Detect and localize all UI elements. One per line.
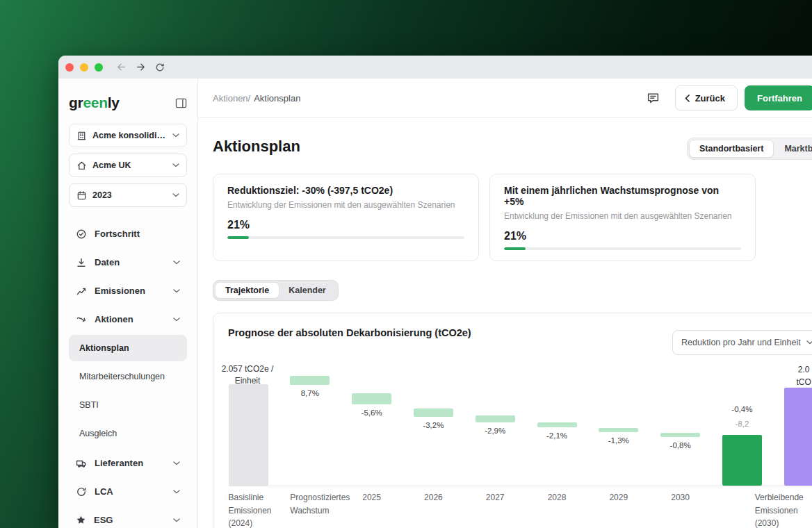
back-button[interactable]: Zurück xyxy=(675,85,738,110)
sidebar-selectors: Acme konsolidiert...Acme UK2023 xyxy=(69,124,187,207)
emissions-icon xyxy=(76,286,87,297)
company-selector[interactable]: Acme konsolidiert... xyxy=(69,124,187,147)
card-title: Mit einem jährlichen Wachstumsprognose v… xyxy=(504,185,741,207)
toggle-marktbasiert[interactable]: Marktbasiert xyxy=(774,140,812,158)
forward-arrow-icon[interactable] xyxy=(133,60,148,75)
scope-toggle: Standortbasiert Marktbasiert xyxy=(687,138,812,160)
close-window-button[interactable] xyxy=(65,63,74,72)
baseline-value-annotation: 2.057 tCO2e / Einheit xyxy=(220,363,275,387)
toggle-standortbasiert[interactable]: Standortbasiert xyxy=(689,140,774,158)
x-axis-label: 2025 xyxy=(344,491,400,504)
home-icon xyxy=(76,160,87,171)
card-subtitle: Entwicklung der Emissionen mit den ausge… xyxy=(227,200,464,210)
chart-bar-growth[interactable] xyxy=(290,376,330,385)
sidebar-nav: FortschrittDatenEmissionenAktionenAktion… xyxy=(69,220,187,528)
maximize-window-button[interactable] xyxy=(95,63,103,72)
x-axis-label: 2029 xyxy=(591,491,647,504)
building-icon xyxy=(76,131,87,141)
sidebar-item-fortschritt[interactable]: Fortschritt xyxy=(69,220,187,248)
sidebar-item-aktionsplan[interactable]: Aktionsplan xyxy=(69,335,187,361)
chevron-down-icon xyxy=(173,317,180,322)
bar-value-label: -0,8% xyxy=(656,441,705,449)
progress-bar xyxy=(504,247,741,250)
bar-value-sublabel: -8,2 xyxy=(717,420,766,428)
sidebar-item-emissionen[interactable]: Emissionen xyxy=(69,277,187,305)
bar-value-label: -2,1% xyxy=(533,431,581,440)
chart-bar-reduction[interactable] xyxy=(660,433,700,437)
page-content: Aktionsplan Standortbasiert Marktbasiert… xyxy=(198,118,812,528)
sidebar: greenly Acme konsolidiert...Acme UK2023 … xyxy=(58,79,198,528)
card-subtitle: Entwicklung der Emissionen mit den ausge… xyxy=(504,211,741,221)
sidebar-item-lca[interactable]: LCA xyxy=(69,477,187,506)
remaining-value-annotation: 2.0tCO xyxy=(783,363,812,388)
truck-icon xyxy=(76,458,87,469)
chevron-left-icon xyxy=(685,94,690,102)
chart-bar-reduction[interactable] xyxy=(352,393,391,404)
chevron-down-icon xyxy=(172,163,179,167)
desktop-background: greenly Acme konsolidiert...Acme UK2023 … xyxy=(0,0,812,528)
sidebar-collapse-icon[interactable] xyxy=(175,98,187,108)
calendar-icon xyxy=(76,190,87,201)
sidebar-item-aktionen[interactable]: Aktionen xyxy=(69,305,187,333)
chevron-down-icon xyxy=(806,340,812,345)
chart-bar-remaining[interactable] xyxy=(784,388,812,486)
cycle-icon xyxy=(76,486,87,497)
chart-plot: 2.057 tCO2e / Einheit BasislinieEmission… xyxy=(228,363,812,486)
reduction-target-card: Reduktionsziel: -30% (-397,5 tCO2e) Entw… xyxy=(213,174,479,261)
bar-value-label: 8,7% xyxy=(286,389,334,397)
sidebar-subnav-aktionen: AktionsplanMitarbeiterschulungenSBTIAusg… xyxy=(69,335,187,447)
sidebar-item-lieferanten[interactable]: Lieferanten xyxy=(69,449,187,477)
progress-bar xyxy=(227,236,464,239)
chart-title: Prognose der absoluten Dekarbonisierung … xyxy=(228,327,471,338)
chevron-down-icon xyxy=(173,289,180,293)
x-axis-label: 2026 xyxy=(405,491,461,504)
breadcrumb: Aktionen/Aktionsplan xyxy=(213,93,300,104)
main-header: Aktionen/Aktionsplan Zurück Fortfahren xyxy=(198,79,812,118)
chevron-down-icon xyxy=(173,518,180,522)
sidebar-item-sbti[interactable]: SBTI xyxy=(69,392,187,418)
chart-filter-select[interactable]: Reduktion pro Jahr und Einheit xyxy=(672,330,812,355)
refresh-icon[interactable] xyxy=(152,60,168,75)
sidebar-item-esg[interactable]: ESG xyxy=(69,506,187,528)
tab-kalender[interactable]: Kalender xyxy=(279,283,336,298)
sidebar-item-mitarbeiterschulungen[interactable]: Mitarbeiterschulungen xyxy=(69,363,187,390)
decarbonization-chart-card: Prognose der absoluten Dekarbonisierung … xyxy=(213,313,812,528)
x-axis-label: 2027 xyxy=(467,491,523,504)
app-frame: greenly Acme konsolidiert...Acme UK2023 … xyxy=(58,79,812,528)
bar-value-label: -1,3% xyxy=(594,436,643,445)
chart-bar-reduction[interactable] xyxy=(414,409,453,417)
breadcrumb-section[interactable]: Aktionen/ xyxy=(213,93,250,104)
progress-icon xyxy=(76,229,87,240)
chevron-down-icon xyxy=(172,193,179,197)
greenly-logo: greenly xyxy=(69,94,120,111)
card-title: Reduktionsziel: -30% (-397,5 tCO2e) xyxy=(227,185,464,196)
entity-selector[interactable]: Acme UK xyxy=(69,154,187,177)
bar-value-label: -0,4% xyxy=(717,405,766,413)
breadcrumb-current: Aktionsplan xyxy=(254,93,300,104)
year-selector[interactable]: 2023 xyxy=(69,183,187,207)
chart-bar-reduction[interactable] xyxy=(537,422,577,427)
card-percent: 21% xyxy=(227,219,464,231)
browser-chrome xyxy=(58,56,812,79)
chart-bar-reduction[interactable] xyxy=(599,428,638,432)
chat-bubble-icon[interactable] xyxy=(647,92,660,105)
actions-icon xyxy=(76,314,87,325)
back-arrow-icon[interactable] xyxy=(113,60,129,75)
chart-bar-reduction[interactable] xyxy=(476,415,515,422)
tab-trajektorie[interactable]: Trajektorie xyxy=(216,283,279,298)
x-axis-label: VerbleibendeEmissionen(2030) xyxy=(755,491,812,528)
chart-bar-baseline[interactable] xyxy=(229,384,268,486)
sidebar-item-daten[interactable]: Daten xyxy=(69,248,187,277)
continue-button[interactable]: Fortfahren xyxy=(745,85,812,110)
bar-value-label: -2,9% xyxy=(471,427,519,435)
chart-bar-total-reduction[interactable] xyxy=(722,435,762,486)
minimize-window-button[interactable] xyxy=(80,63,88,72)
growth-forecast-card: Mit einem jährlichen Wachstumsprognose v… xyxy=(489,174,756,261)
download-icon xyxy=(76,257,87,268)
chevron-down-icon xyxy=(173,261,180,265)
main-area: Aktionen/Aktionsplan Zurück Fortfahren A… xyxy=(198,79,812,528)
x-axis-label: 2028 xyxy=(529,491,585,504)
view-tabs: Trajektorie Kalender xyxy=(213,280,339,301)
chevron-down-icon xyxy=(172,133,179,138)
sidebar-item-ausgleich[interactable]: Ausgleich xyxy=(69,420,187,447)
